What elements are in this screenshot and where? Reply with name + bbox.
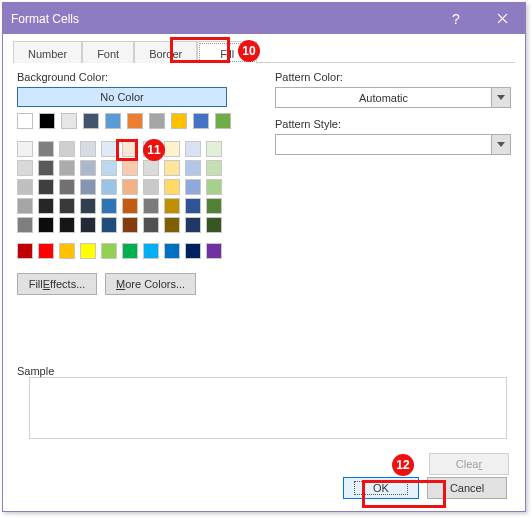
tab-border[interactable]: Border bbox=[134, 41, 197, 63]
color-swatch[interactable] bbox=[206, 179, 222, 195]
color-swatch[interactable] bbox=[59, 198, 75, 214]
color-swatch[interactable] bbox=[17, 113, 33, 129]
color-swatch[interactable] bbox=[38, 160, 54, 176]
color-swatch[interactable] bbox=[17, 179, 33, 195]
color-swatch[interactable] bbox=[206, 160, 222, 176]
color-swatch[interactable] bbox=[101, 141, 117, 157]
color-swatch[interactable] bbox=[122, 243, 138, 259]
color-swatch[interactable] bbox=[105, 113, 121, 129]
color-swatch[interactable] bbox=[185, 243, 201, 259]
no-color-button[interactable]: No Color bbox=[17, 87, 227, 107]
color-swatch[interactable] bbox=[193, 113, 209, 129]
color-swatch[interactable] bbox=[185, 141, 201, 157]
color-swatch[interactable] bbox=[61, 113, 77, 129]
color-swatch[interactable] bbox=[17, 198, 33, 214]
color-swatch[interactable] bbox=[101, 160, 117, 176]
color-swatch[interactable] bbox=[143, 198, 159, 214]
color-swatch[interactable] bbox=[38, 243, 54, 259]
sample-label: Sample bbox=[17, 365, 54, 377]
color-swatch[interactable] bbox=[59, 160, 75, 176]
color-swatch[interactable] bbox=[59, 243, 75, 259]
color-swatch[interactable] bbox=[122, 141, 138, 157]
pattern-style-value bbox=[275, 134, 492, 155]
color-swatch[interactable] bbox=[39, 113, 55, 129]
color-swatch[interactable] bbox=[185, 160, 201, 176]
tab-font[interactable]: Font bbox=[82, 41, 134, 63]
tab-bar: Number Font Border Fill bbox=[13, 40, 515, 63]
color-swatch[interactable] bbox=[122, 217, 138, 233]
color-swatch[interactable] bbox=[38, 217, 54, 233]
dialog-title: Format Cells bbox=[3, 12, 433, 26]
color-swatch[interactable] bbox=[59, 217, 75, 233]
color-swatch[interactable] bbox=[17, 160, 33, 176]
color-swatch[interactable] bbox=[17, 217, 33, 233]
standard-color-row bbox=[17, 243, 511, 259]
color-swatch[interactable] bbox=[80, 198, 96, 214]
color-swatch[interactable] bbox=[164, 141, 180, 157]
color-swatch[interactable] bbox=[101, 243, 117, 259]
color-swatch[interactable] bbox=[206, 198, 222, 214]
pattern-style-combo[interactable] bbox=[275, 134, 511, 155]
sample-preview bbox=[29, 377, 507, 439]
color-swatch[interactable] bbox=[143, 179, 159, 195]
color-swatch[interactable] bbox=[143, 243, 159, 259]
color-swatch[interactable] bbox=[215, 113, 231, 129]
pattern-color-combo[interactable]: Automatic bbox=[275, 87, 511, 108]
color-swatch[interactable] bbox=[122, 179, 138, 195]
color-swatch[interactable] bbox=[185, 217, 201, 233]
color-swatch[interactable] bbox=[206, 141, 222, 157]
color-swatch[interactable] bbox=[206, 243, 222, 259]
color-swatch[interactable] bbox=[164, 160, 180, 176]
pattern-color-label: Pattern Color: bbox=[275, 71, 511, 83]
tab-fill[interactable]: Fill bbox=[197, 41, 257, 64]
color-swatch[interactable] bbox=[59, 141, 75, 157]
pattern-style-label: Pattern Style: bbox=[275, 118, 511, 130]
color-swatch[interactable] bbox=[185, 179, 201, 195]
color-swatch[interactable] bbox=[80, 179, 96, 195]
color-swatch[interactable] bbox=[101, 217, 117, 233]
color-swatch[interactable] bbox=[38, 179, 54, 195]
color-swatch[interactable] bbox=[185, 198, 201, 214]
format-cells-dialog: Format Cells ? Number Font Border Fill B… bbox=[2, 2, 526, 512]
color-swatch[interactable] bbox=[122, 160, 138, 176]
color-swatch[interactable] bbox=[164, 217, 180, 233]
more-colors-button[interactable]: More Colors... bbox=[105, 273, 196, 295]
tab-number[interactable]: Number bbox=[13, 41, 82, 63]
color-swatch[interactable] bbox=[143, 217, 159, 233]
color-swatch[interactable] bbox=[83, 113, 99, 129]
color-swatch[interactable] bbox=[80, 217, 96, 233]
color-swatch[interactable] bbox=[101, 198, 117, 214]
color-swatch[interactable] bbox=[80, 160, 96, 176]
color-swatch[interactable] bbox=[164, 198, 180, 214]
color-swatch[interactable] bbox=[164, 179, 180, 195]
cancel-button[interactable]: Cancel bbox=[427, 477, 507, 499]
close-button[interactable] bbox=[479, 3, 525, 34]
color-swatch[interactable] bbox=[206, 217, 222, 233]
color-swatch[interactable] bbox=[122, 198, 138, 214]
color-swatch[interactable] bbox=[38, 198, 54, 214]
help-button[interactable]: ? bbox=[433, 3, 479, 34]
titlebar: Format Cells ? bbox=[3, 3, 525, 34]
color-swatch[interactable] bbox=[127, 113, 143, 129]
color-swatch[interactable] bbox=[59, 179, 75, 195]
color-swatch[interactable] bbox=[171, 113, 187, 129]
pattern-style-dropdown[interactable] bbox=[492, 134, 511, 155]
pattern-color-value: Automatic bbox=[275, 87, 492, 108]
color-swatch[interactable] bbox=[143, 141, 159, 157]
color-swatch[interactable] bbox=[80, 243, 96, 259]
color-swatch[interactable] bbox=[149, 113, 165, 129]
tab-body-fill: Background Color: No Color Fill Effects.… bbox=[3, 63, 525, 511]
color-swatch[interactable] bbox=[143, 160, 159, 176]
color-swatch[interactable] bbox=[17, 141, 33, 157]
ok-button[interactable]: OK bbox=[343, 477, 419, 499]
color-swatch[interactable] bbox=[17, 243, 33, 259]
theme-color-grid bbox=[17, 141, 227, 233]
color-swatch[interactable] bbox=[38, 141, 54, 157]
clear-button[interactable]: Clear bbox=[429, 453, 509, 475]
fill-effects-button[interactable]: Fill Effects... bbox=[17, 273, 97, 295]
pattern-color-dropdown[interactable] bbox=[492, 87, 511, 108]
color-swatch[interactable] bbox=[164, 243, 180, 259]
color-swatch[interactable] bbox=[80, 141, 96, 157]
color-swatch[interactable] bbox=[101, 179, 117, 195]
